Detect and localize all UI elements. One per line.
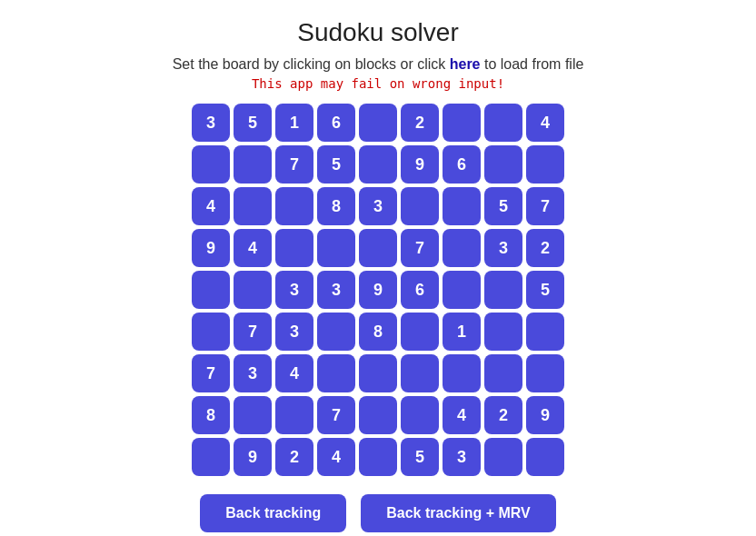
grid-cell[interactable]: 7 xyxy=(192,354,230,392)
grid-cell[interactable] xyxy=(317,354,355,392)
subtitle-text: Set the board by clicking on blocks or c… xyxy=(173,56,450,72)
grid-cell[interactable] xyxy=(526,313,564,351)
grid-cell[interactable]: 3 xyxy=(359,187,397,225)
grid-cell[interactable]: 2 xyxy=(401,104,439,142)
grid-cell[interactable]: 2 xyxy=(484,396,522,434)
sudoku-grid: 3516247596483579473233965738173487429924… xyxy=(192,104,564,476)
grid-cell[interactable]: 1 xyxy=(443,313,481,351)
grid-cell[interactable] xyxy=(359,438,397,476)
grid-cell[interactable] xyxy=(443,229,481,267)
grid-cell[interactable]: 4 xyxy=(526,104,564,142)
grid-cell[interactable] xyxy=(359,145,397,184)
grid-cell[interactable]: 4 xyxy=(443,396,481,434)
grid-cell[interactable] xyxy=(234,271,272,309)
page-title: Sudoku solver xyxy=(297,18,458,47)
grid-cell[interactable]: 3 xyxy=(234,354,272,392)
grid-cell[interactable]: 5 xyxy=(317,145,355,184)
grid-cell[interactable] xyxy=(275,187,313,225)
grid-cell[interactable]: 3 xyxy=(443,438,481,476)
grid-cell[interactable] xyxy=(484,313,522,351)
grid-cell[interactable]: 9 xyxy=(192,229,230,267)
grid-cell[interactable] xyxy=(359,354,397,392)
grid-cell[interactable] xyxy=(484,438,522,476)
grid-cell[interactable]: 4 xyxy=(192,187,230,225)
grid-cell[interactable] xyxy=(401,187,439,225)
grid-cell[interactable] xyxy=(192,313,230,351)
grid-cell[interactable] xyxy=(484,271,522,309)
grid-cell[interactable] xyxy=(484,145,522,184)
grid-cell[interactable] xyxy=(234,396,272,434)
grid-cell[interactable]: 3 xyxy=(484,229,522,267)
grid-cell[interactable] xyxy=(484,104,522,142)
warning-text: This app may fail on wrong input! xyxy=(252,76,504,91)
grid-cell[interactable]: 9 xyxy=(234,438,272,476)
grid-cell[interactable]: 9 xyxy=(526,396,564,434)
grid-cell[interactable] xyxy=(526,438,564,476)
grid-cell[interactable]: 4 xyxy=(317,438,355,476)
grid-cell[interactable] xyxy=(234,145,272,184)
grid-cell[interactable] xyxy=(317,229,355,267)
grid-cell[interactable] xyxy=(192,145,230,184)
grid-cell[interactable]: 5 xyxy=(484,187,522,225)
grid-cell[interactable]: 8 xyxy=(359,313,397,351)
grid-cell[interactable] xyxy=(192,438,230,476)
grid-cell[interactable]: 3 xyxy=(192,104,230,142)
action-buttons: Back tracking Back tracking + MRV xyxy=(200,494,555,532)
grid-cell[interactable]: 6 xyxy=(443,145,481,184)
subtitle-after: to load from file xyxy=(481,56,584,72)
grid-cell[interactable]: 5 xyxy=(234,104,272,142)
grid-cell[interactable]: 4 xyxy=(275,354,313,392)
backtracking-mrv-button[interactable]: Back tracking + MRV xyxy=(361,494,555,532)
grid-cell[interactable] xyxy=(443,104,481,142)
grid-cell[interactable]: 2 xyxy=(526,229,564,267)
grid-cell[interactable] xyxy=(192,271,230,309)
grid-cell[interactable] xyxy=(443,187,481,225)
grid-cell[interactable] xyxy=(526,145,564,184)
grid-cell[interactable]: 3 xyxy=(317,271,355,309)
grid-cell[interactable]: 7 xyxy=(401,229,439,267)
grid-cell[interactable] xyxy=(359,104,397,142)
grid-cell[interactable] xyxy=(359,396,397,434)
grid-cell[interactable] xyxy=(401,313,439,351)
grid-cell[interactable] xyxy=(443,271,481,309)
grid-cell[interactable]: 6 xyxy=(317,104,355,142)
grid-cell[interactable]: 8 xyxy=(317,187,355,225)
grid-cell[interactable] xyxy=(275,229,313,267)
grid-cell[interactable]: 5 xyxy=(401,438,439,476)
grid-cell[interactable]: 7 xyxy=(234,313,272,351)
grid-cell[interactable]: 7 xyxy=(275,145,313,184)
grid-cell[interactable] xyxy=(484,354,522,392)
grid-cell[interactable] xyxy=(401,396,439,434)
grid-cell[interactable]: 2 xyxy=(275,438,313,476)
grid-cell[interactable]: 9 xyxy=(359,271,397,309)
subtitle: Set the board by clicking on blocks or c… xyxy=(173,56,584,73)
grid-cell[interactable]: 8 xyxy=(192,396,230,434)
grid-cell[interactable]: 7 xyxy=(526,187,564,225)
grid-cell[interactable] xyxy=(234,187,272,225)
grid-cell[interactable]: 1 xyxy=(275,104,313,142)
load-from-file-link[interactable]: here xyxy=(450,56,481,72)
grid-cell[interactable] xyxy=(317,313,355,351)
grid-cell[interactable] xyxy=(401,354,439,392)
grid-cell[interactable]: 7 xyxy=(317,396,355,434)
grid-cell[interactable] xyxy=(443,354,481,392)
grid-cell[interactable] xyxy=(359,229,397,267)
grid-cell[interactable]: 6 xyxy=(401,271,439,309)
grid-cell[interactable]: 3 xyxy=(275,313,313,351)
grid-cell[interactable] xyxy=(526,354,564,392)
grid-cell[interactable]: 5 xyxy=(526,271,564,309)
grid-cell[interactable]: 4 xyxy=(234,229,272,267)
grid-cell[interactable]: 3 xyxy=(275,271,313,309)
backtracking-button[interactable]: Back tracking xyxy=(200,494,346,532)
grid-cell[interactable]: 9 xyxy=(401,145,439,184)
grid-cell[interactable] xyxy=(275,396,313,434)
